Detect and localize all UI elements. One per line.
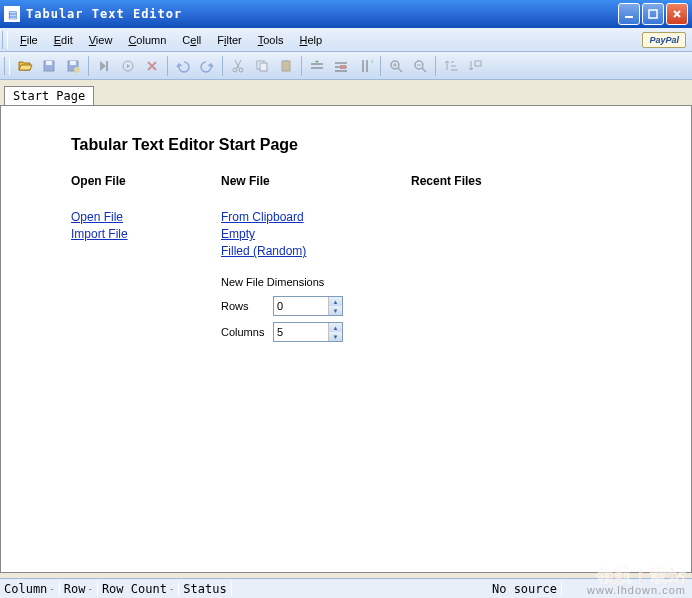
columns-input[interactable] <box>274 323 328 341</box>
svg-rect-20 <box>362 60 364 72</box>
menu-tools[interactable]: Tools <box>250 32 292 48</box>
app-icon: ▤ <box>4 6 20 22</box>
menu-edit[interactable]: Edit <box>46 32 81 48</box>
recent-files-heading: Recent Files <box>411 174 482 188</box>
cols-up-icon[interactable]: ▲ <box>329 323 342 332</box>
cut-icon <box>227 55 249 77</box>
columns-label: Columns <box>221 326 273 338</box>
svg-rect-13 <box>284 60 288 62</box>
status-row-count: Row Count - <box>98 582 179 596</box>
window-title: Tabular Text Editor <box>26 7 618 21</box>
status-bar: Column - Row - Row Count - Status No sou… <box>0 578 692 598</box>
rows-input[interactable] <box>274 297 328 315</box>
svg-point-6 <box>74 67 80 73</box>
status-source: No source <box>488 582 562 596</box>
menu-file[interactable]: File <box>12 32 46 48</box>
open-file-heading: Open File <box>71 174 221 188</box>
tab-area: Start Page Tabular Text Editor Start Pag… <box>0 80 692 573</box>
cols-down-icon[interactable]: ▼ <box>329 332 342 341</box>
insert-row-icon <box>306 55 328 77</box>
svg-rect-5 <box>70 61 76 65</box>
toolbar-grip[interactable] <box>4 57 10 75</box>
from-clipboard-link[interactable]: From Clipboard <box>221 210 411 224</box>
new-file-heading: New File <box>221 174 411 188</box>
play-icon <box>117 55 139 77</box>
status-status: Status <box>179 582 231 596</box>
insert-col-icon: + <box>354 55 376 77</box>
tab-strip: Start Page <box>0 86 692 105</box>
tab-start-page[interactable]: Start Page <box>4 86 94 105</box>
menu-cell[interactable]: Cell <box>174 32 209 48</box>
sort-asc-icon <box>440 55 462 77</box>
svg-text:+: + <box>370 58 373 66</box>
rows-up-icon[interactable]: ▲ <box>329 297 342 306</box>
copy-icon <box>251 55 273 77</box>
menu-column[interactable]: Column <box>120 32 174 48</box>
rows-down-icon[interactable]: ▼ <box>329 306 342 315</box>
paste-icon <box>275 55 297 77</box>
filled-random-link[interactable]: Filled (Random) <box>221 244 411 258</box>
svg-rect-0 <box>625 16 633 18</box>
sort-desc-icon <box>464 55 486 77</box>
page-title: Tabular Text Editor Start Page <box>71 136 691 154</box>
delete-icon <box>141 55 163 77</box>
toolbar: + <box>0 52 692 80</box>
maximize-button[interactable] <box>642 3 664 25</box>
recent-files-section: Recent Files <box>411 174 482 348</box>
close-button[interactable] <box>666 3 688 25</box>
undo-icon <box>172 55 194 77</box>
menu-filter[interactable]: Filter <box>209 32 249 48</box>
menu-bar: File Edit View Column Cell Filter Tools … <box>0 28 692 52</box>
menu-grip[interactable] <box>2 31 8 49</box>
save-icon <box>38 55 60 77</box>
status-row: Row - <box>60 582 98 596</box>
svg-rect-15 <box>311 67 323 69</box>
next-icon <box>93 55 115 77</box>
save-as-icon <box>62 55 84 77</box>
columns-stepper[interactable]: ▲ ▼ <box>273 322 343 342</box>
title-bar: ▤ Tabular Text Editor <box>0 0 692 28</box>
new-file-section: New File From Clipboard Empty Filled (Ra… <box>221 174 411 348</box>
svg-rect-25 <box>475 61 481 66</box>
import-file-link[interactable]: Import File <box>71 227 221 241</box>
svg-rect-3 <box>46 61 52 65</box>
rows-label: Rows <box>221 300 273 312</box>
svg-rect-16 <box>335 62 347 64</box>
svg-rect-1 <box>649 10 657 18</box>
svg-rect-19 <box>340 65 346 69</box>
svg-point-9 <box>239 68 243 72</box>
zoom-in-icon <box>385 55 407 77</box>
svg-rect-18 <box>335 70 347 72</box>
start-page-content: Tabular Text Editor Start Page Open File… <box>0 105 692 573</box>
status-column: Column - <box>0 582 60 596</box>
zoom-out-icon <box>409 55 431 77</box>
paypal-button[interactable]: PayPal <box>642 32 686 48</box>
redo-icon <box>196 55 218 77</box>
minimize-button[interactable] <box>618 3 640 25</box>
rows-stepper[interactable]: ▲ ▼ <box>273 296 343 316</box>
dimensions-heading: New File Dimensions <box>221 276 411 288</box>
svg-rect-21 <box>366 60 368 72</box>
svg-rect-12 <box>282 61 290 71</box>
svg-rect-11 <box>260 63 267 71</box>
open-file-section: Open File Open File Import File <box>71 174 221 348</box>
empty-link[interactable]: Empty <box>221 227 411 241</box>
open-file-link[interactable]: Open File <box>71 210 221 224</box>
open-icon[interactable] <box>14 55 36 77</box>
menu-view[interactable]: View <box>81 32 121 48</box>
window-buttons <box>618 3 688 25</box>
delete-row-icon <box>330 55 352 77</box>
menu-help[interactable]: Help <box>291 32 330 48</box>
svg-point-8 <box>233 68 237 72</box>
